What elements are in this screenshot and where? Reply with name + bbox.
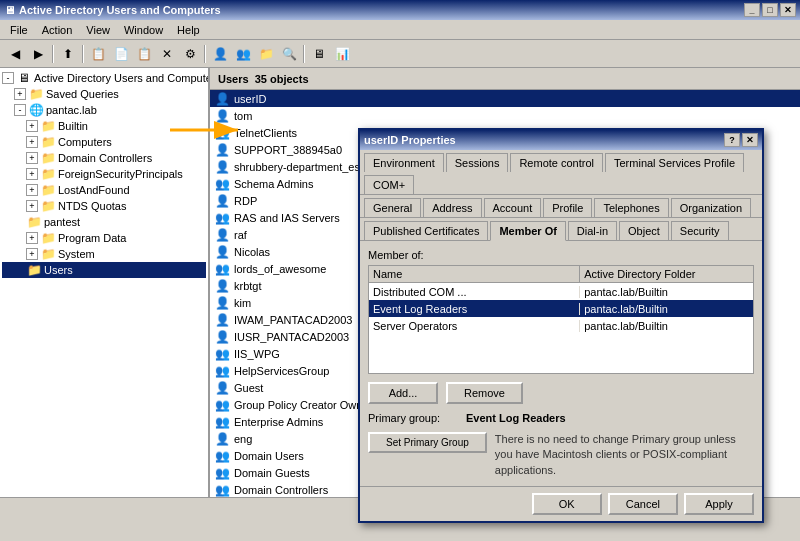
member-folder: pantac.lab/Builtin	[580, 320, 753, 332]
toolbar-sep-3	[204, 45, 206, 63]
member-name: Distributed COM ...	[369, 286, 580, 298]
forward-button[interactable]: ▶	[27, 43, 49, 65]
tab-profile[interactable]: Profile	[543, 198, 592, 217]
title-bar: 🖥 Active Directory Users and Computers _…	[0, 0, 800, 20]
new-user-button[interactable]: 👤	[209, 43, 231, 65]
copy-button[interactable]: 📄	[110, 43, 132, 65]
title-bar-controls: _ □ ✕	[744, 3, 796, 17]
member-table-header: Name Active Directory Folder	[369, 266, 753, 283]
member-name: Server Operators	[369, 320, 580, 332]
menu-action[interactable]: Action	[36, 22, 79, 38]
remove-button[interactable]: Remove	[446, 382, 523, 404]
toolbar-sep-1	[52, 45, 54, 63]
show-hide-button[interactable]: 📋	[87, 43, 109, 65]
toolbar-sep-2	[82, 45, 84, 63]
maximize-button[interactable]: □	[762, 3, 778, 17]
set-primary-row: Set Primary Group There is no need to ch…	[368, 432, 754, 478]
app-icon: 🖥	[4, 4, 15, 16]
apply-button[interactable]: Apply	[684, 493, 754, 515]
action-buttons: Add... Remove	[368, 382, 754, 404]
dialog-title-bar: userID Properties ? ✕	[360, 130, 762, 150]
dialog-content: Member of: Name Active Directory Folder …	[360, 241, 762, 486]
dialog-close-button[interactable]: ✕	[742, 133, 758, 147]
col-header-name: Name	[369, 266, 580, 282]
menu-file[interactable]: File	[4, 22, 34, 38]
properties-button[interactable]: ⚙	[179, 43, 201, 65]
primary-group-value: Event Log Readers	[466, 412, 566, 424]
add-button[interactable]: Add...	[368, 382, 438, 404]
member-row[interactable]: Event Log Readers pantac.lab/Builtin	[369, 300, 753, 317]
title-bar-left: 🖥 Active Directory Users and Computers	[4, 4, 221, 16]
col-header-folder: Active Directory Folder	[580, 266, 753, 282]
member-row[interactable]: Server Operators pantac.lab/Builtin	[369, 317, 753, 334]
member-name: Event Log Readers	[369, 303, 580, 315]
dialog-bottom-buttons: OK Cancel Apply	[360, 486, 762, 521]
tab-object[interactable]: Object	[619, 221, 669, 240]
back-button[interactable]: ◀	[4, 43, 26, 65]
tab-sessions[interactable]: Sessions	[446, 153, 509, 172]
main-content: - 🖥 Active Directory Users and Computer …	[0, 68, 800, 519]
primary-group-label: Primary group:	[368, 412, 458, 424]
new-ou-button[interactable]: 📁	[255, 43, 277, 65]
tab-security[interactable]: Security	[671, 221, 729, 240]
menu-bar: File Action View Window Help	[0, 20, 800, 40]
paste-button[interactable]: 📋	[133, 43, 155, 65]
tab-general[interactable]: General	[364, 198, 421, 217]
ok-button[interactable]: OK	[532, 493, 602, 515]
member-folder: pantac.lab/Builtin	[580, 286, 753, 298]
dialog-title-controls: ? ✕	[724, 133, 758, 147]
tab-environment[interactable]: Environment	[364, 153, 444, 172]
minimize-button[interactable]: _	[744, 3, 760, 17]
toolbar: ◀ ▶ ⬆ 📋 📄 📋 ✕ ⚙ 👤 👥 📁 🔍 🖥 📊	[0, 40, 800, 68]
set-primary-group-button[interactable]: Set Primary Group	[368, 432, 487, 453]
tab-telephones[interactable]: Telephones	[594, 198, 668, 217]
find-button[interactable]: 🔍	[278, 43, 300, 65]
new-group-button[interactable]: 👥	[232, 43, 254, 65]
tab-com[interactable]: COM+	[364, 175, 414, 194]
tab-remote-control[interactable]: Remote control	[510, 153, 603, 172]
tab-dial-in[interactable]: Dial-in	[568, 221, 617, 240]
member-row[interactable]: Distributed COM ... pantac.lab/Builtin	[369, 283, 753, 300]
tab-member-of[interactable]: Member Of	[490, 221, 565, 241]
up-button[interactable]: ⬆	[57, 43, 79, 65]
dialog-title-text: userID Properties	[364, 134, 456, 146]
menu-window[interactable]: Window	[118, 22, 169, 38]
close-button[interactable]: ✕	[780, 3, 796, 17]
toolbar-sep-4	[303, 45, 305, 63]
primary-group-row: Primary group: Event Log Readers	[368, 412, 754, 424]
tab-organization[interactable]: Organization	[671, 198, 751, 217]
tab-account[interactable]: Account	[484, 198, 542, 217]
delete-button[interactable]: ✕	[156, 43, 178, 65]
dialog-tabs-row3: Published Certificates Member Of Dial-in…	[360, 218, 762, 241]
cancel-button[interactable]: Cancel	[608, 493, 678, 515]
extra-btn-2[interactable]: 📊	[331, 43, 353, 65]
dialog-tabs-row1: Environment Sessions Remote control Term…	[360, 150, 762, 195]
dialog-help-button[interactable]: ?	[724, 133, 740, 147]
extra-btn-1[interactable]: 🖥	[308, 43, 330, 65]
tab-published-certs[interactable]: Published Certificates	[364, 221, 488, 240]
dialog-overlay: userID Properties ? ✕ Environment Sessio…	[0, 68, 800, 519]
tab-terminal-services[interactable]: Terminal Services Profile	[605, 153, 744, 172]
member-table: Name Active Directory Folder Distributed…	[368, 265, 754, 374]
member-table-body[interactable]: Distributed COM ... pantac.lab/Builtin E…	[369, 283, 753, 373]
tab-address[interactable]: Address	[423, 198, 481, 217]
primary-group-info: There is no need to change Primary group…	[495, 432, 754, 478]
menu-help[interactable]: Help	[171, 22, 206, 38]
member-folder: pantac.lab/Builtin	[580, 303, 753, 315]
dialog-tabs-row2: General Address Account Profile Telephon…	[360, 195, 762, 218]
menu-view[interactable]: View	[80, 22, 116, 38]
dialog-userid-properties: userID Properties ? ✕ Environment Sessio…	[358, 128, 764, 523]
app-title: Active Directory Users and Computers	[19, 4, 221, 16]
member-of-label: Member of:	[368, 249, 754, 261]
